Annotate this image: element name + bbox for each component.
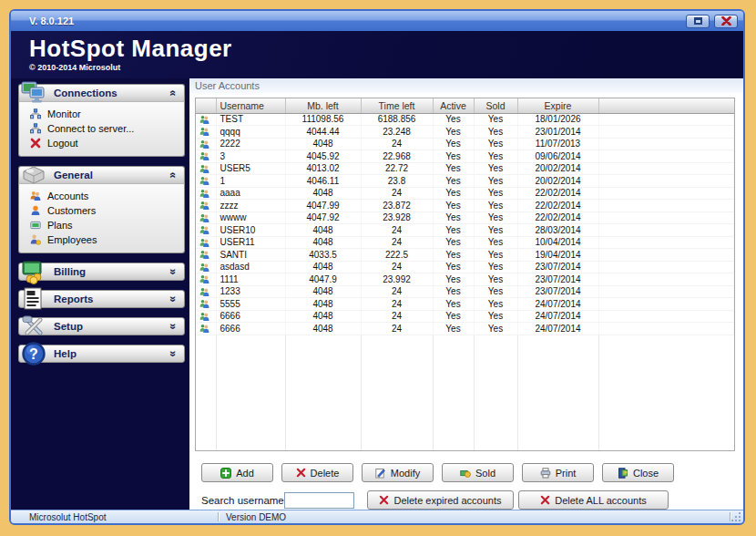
- cell-time-left: 23.248: [361, 126, 433, 139]
- sidebar-item-logout[interactable]: Logout: [30, 136, 180, 150]
- table-row[interactable]: USER5 4013.02 22.72 Yes Yes 20/02/2014: [196, 162, 734, 175]
- setup-icon: [21, 314, 46, 339]
- column-header-mb-left[interactable]: Mb. left: [285, 98, 361, 113]
- reports-icon: [21, 286, 46, 312]
- cell-expire: 23/07/2014: [517, 285, 598, 298]
- sidebar-header-connections[interactable]: Connections «: [18, 84, 185, 102]
- sidebar-header-setup[interactable]: Setup »: [18, 317, 185, 335]
- column-header-icon[interactable]: [196, 98, 216, 113]
- cell-sold: Yes: [474, 113, 517, 126]
- table-row[interactable]: USER11 4048 24 Yes Yes 10/04/2014: [196, 236, 734, 249]
- cell-active: Yes: [433, 113, 474, 126]
- collapse-chevron-icon: «: [168, 90, 180, 97]
- column-header-expire[interactable]: Expire: [517, 98, 598, 113]
- cell-time-left: 24: [361, 138, 433, 150]
- close-button[interactable]: [714, 15, 738, 28]
- table-row[interactable]: SANTI 4033.5 222.5 Yes Yes 19/04/2014: [196, 249, 734, 262]
- user-icon-cell: [196, 249, 216, 262]
- cell-username: 2222: [216, 138, 285, 150]
- cell-spacer: [598, 310, 734, 323]
- sidebar-item-plans[interactable]: Plans: [30, 218, 180, 232]
- sidebar-header-help[interactable]: ? Help »: [18, 345, 185, 363]
- table-row[interactable]: aaaa 4048 24 Yes Yes 22/02/2014: [196, 187, 734, 200]
- main-panel: User Accounts Username Mb. left Time lef…: [189, 78, 743, 510]
- close-panel-button[interactable]: Close: [602, 463, 674, 482]
- status-bar: Microsolut HotSpot Version DEMO: [11, 510, 743, 523]
- table-row[interactable]: 6666 4048 24 Yes Yes 24/07/2014: [196, 323, 734, 335]
- billing-icon: [21, 259, 46, 284]
- print-button[interactable]: Print: [522, 463, 594, 482]
- delete-all-label: Delete ALL accounts: [555, 495, 647, 506]
- cell-sold: Yes: [474, 273, 517, 286]
- cell-time-left: 24: [361, 261, 433, 273]
- sidebar-item-label: Monitor: [47, 108, 81, 119]
- sidebar-header-reports[interactable]: Reports »: [18, 290, 185, 308]
- sold-button[interactable]: Sold: [442, 463, 514, 482]
- sidebar-item-label: Plans: [47, 220, 73, 231]
- expand-chevron-icon: »: [168, 351, 180, 357]
- cell-mb-left: 4048: [285, 236, 361, 249]
- sidebar-section-reports: Reports »: [18, 290, 185, 308]
- minimize-button[interactable]: [686, 15, 710, 28]
- cell-active: Yes: [433, 261, 474, 273]
- cell-spacer: [598, 261, 734, 273]
- table-row[interactable]: 5555 4048 24 Yes Yes 24/07/2014: [196, 298, 734, 311]
- cell-time-left: 23.8: [361, 175, 433, 188]
- resize-grip[interactable]: [730, 511, 741, 522]
- minimize-icon: [694, 17, 702, 25]
- table-row[interactable]: zzzz 4047.99 23.872 Yes Yes 22/02/2014: [196, 200, 734, 212]
- delete-all-accounts-button[interactable]: Delete ALL accounts: [518, 490, 669, 510]
- user-icon: [199, 225, 209, 235]
- delete-button[interactable]: Delete: [281, 463, 353, 482]
- sidebar-item-label: Accounts: [47, 191, 88, 201]
- cell-spacer: [598, 273, 734, 286]
- table-row[interactable]: 1 4046.11 23.8 Yes Yes 20/02/2014: [196, 175, 734, 188]
- cell-active: Yes: [433, 273, 474, 286]
- sidebar-item-connect-to-server[interactable]: Connect to server...: [30, 121, 180, 136]
- window-version-title: V. 8.0.121: [29, 15, 74, 26]
- column-header-username[interactable]: Username: [216, 98, 285, 113]
- sidebar-item-accounts[interactable]: Accounts: [30, 189, 180, 203]
- cell-active: Yes: [433, 236, 474, 249]
- cell-expire: 20/02/2014: [517, 162, 598, 175]
- table-row[interactable]: 1233 4048 24 Yes Yes 23/07/2014: [196, 285, 734, 298]
- user-icon: [199, 164, 209, 174]
- modify-button[interactable]: Modify: [362, 463, 434, 482]
- column-header-active[interactable]: Active: [433, 98, 474, 113]
- cell-username: 1: [216, 175, 285, 188]
- cell-sold: Yes: [474, 285, 517, 298]
- table-row[interactable]: 6666 4048 24 Yes Yes 24/07/2014: [196, 310, 734, 323]
- cell-username: TEST: [216, 113, 285, 126]
- cell-expire: 23/01/2014: [517, 126, 598, 139]
- table-row[interactable]: 2222 4048 24 Yes Yes 11/07/2013: [196, 138, 734, 150]
- sidebar-item-employees[interactable]: Employees: [30, 232, 180, 247]
- user-icon-cell: [196, 261, 216, 273]
- table-row[interactable]: asdasd 4048 24 Yes Yes 23/07/2014: [196, 261, 734, 273]
- cell-expire: 19/04/2014: [517, 249, 598, 262]
- table-row[interactable]: 1111 4047.9 23.992 Yes Yes 23/07/2014: [196, 273, 734, 286]
- table-row[interactable]: USER10 4048 24 Yes Yes 28/03/2014: [196, 224, 734, 237]
- sidebar-header-general[interactable]: General «: [18, 166, 185, 184]
- column-header-time-left[interactable]: Time left: [361, 98, 433, 113]
- table-row[interactable]: wwww 4047.92 23.928 Yes Yes 22/02/2014: [196, 211, 734, 224]
- sidebar-item-monitor[interactable]: Monitor: [30, 107, 180, 121]
- cell-sold: Yes: [474, 126, 517, 139]
- table-row[interactable]: qqqq 4044.44 23.248 Yes Yes 23/01/2014: [196, 126, 734, 139]
- cell-username: asdasd: [216, 261, 285, 273]
- cell-sold: Yes: [474, 298, 517, 311]
- cell-time-left: 24: [361, 236, 433, 249]
- cell-mb-left: 4044.44: [285, 126, 361, 139]
- accounts-icon: [30, 191, 41, 201]
- sidebar-item-customers[interactable]: Customers: [30, 203, 180, 218]
- sidebar-section-setup: Setup »: [18, 317, 185, 335]
- column-header-sold[interactable]: Sold: [474, 98, 517, 113]
- sidebar-header-billing[interactable]: Billing »: [18, 263, 185, 281]
- expand-chevron-icon: »: [168, 324, 180, 330]
- table-row[interactable]: TEST 111098.56 6188.856 Yes Yes 18/01/20…: [196, 113, 734, 126]
- table-row[interactable]: 3 4045.92 22.968 Yes Yes 09/06/2014: [196, 150, 734, 163]
- sidebar-header-label: Reports: [54, 294, 93, 304]
- delete-expired-accounts-button[interactable]: Delete expired accounts: [367, 490, 514, 510]
- search-username-input[interactable]: [284, 492, 354, 509]
- add-button[interactable]: Add: [201, 463, 273, 482]
- user-icon: [199, 287, 209, 297]
